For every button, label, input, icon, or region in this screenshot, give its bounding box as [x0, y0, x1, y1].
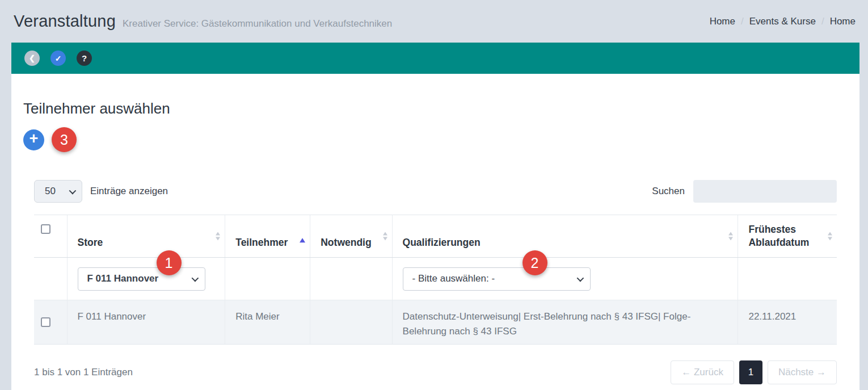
prev-page-button[interactable]: ← Zurück — [671, 360, 734, 384]
column-label: Store — [78, 237, 103, 248]
column-label: Teilnehmer — [235, 237, 288, 248]
chevron-down-icon — [69, 187, 77, 194]
row-checkbox[interactable] — [41, 317, 50, 327]
add-participant-button[interactable]: + — [23, 129, 44, 150]
filter-cell-ablaufdatum — [738, 258, 837, 300]
chevron-down-icon — [576, 274, 584, 282]
breadcrumb-home-2[interactable]: Home — [830, 16, 856, 27]
filter-cell-qualifizierungen: - Bitte auswählen: - 2 — [392, 258, 738, 300]
help-button[interactable]: ? — [77, 51, 92, 66]
search-input[interactable] — [693, 180, 837, 203]
back-button[interactable]: ❮ — [24, 51, 40, 66]
filter-cell-store: F 011 Hannover 1 — [67, 258, 225, 300]
column-header-fruehestes-ablaufdatum[interactable]: Frühestes Ablaufdatum — [738, 215, 837, 258]
annotation-badge-1: 1 — [157, 250, 182, 275]
page-subtitle: Kreativer Service: Gästekommunikation un… — [123, 18, 392, 30]
cell-store: F 011 Hannover — [67, 300, 225, 345]
select-all-cell — [34, 215, 67, 258]
filter-row: F 011 Hannover 1 - Bitte auswählen: - — [34, 258, 837, 300]
cell-earliest-expiry: 22.11.2021 — [738, 300, 837, 345]
select-all-checkbox[interactable] — [41, 224, 50, 234]
page-header: Veranstaltung Kreativer Service: Gästeko… — [0, 0, 868, 43]
chevron-down-icon — [191, 274, 199, 282]
breadcrumb-separator: / — [821, 16, 824, 27]
search-group: Suchen — [652, 180, 837, 203]
breadcrumb-events-kurse[interactable]: Events & Kurse — [749, 16, 816, 27]
filter-cell-teilnehmer — [225, 258, 310, 300]
sort-icon — [728, 232, 733, 241]
breadcrumb: Home / Events & Kurse / Home — [710, 16, 856, 27]
breadcrumb-separator: / — [741, 16, 744, 27]
sort-icon — [216, 232, 220, 241]
page-length-select[interactable]: 50 — [34, 180, 82, 203]
participants-table-wrap: Store Teilnehmer Notwendig Qualifiz — [34, 215, 837, 345]
current-page-button[interactable]: 1 — [739, 360, 762, 384]
header-row: Store Teilnehmer Notwendig Qualifiz — [34, 215, 837, 258]
question-icon: ? — [82, 54, 87, 62]
page-length-value: 50 — [45, 186, 56, 197]
cell-participant: Rita Meier — [225, 300, 310, 345]
action-toolbar: ❮ ✓ ? — [11, 43, 859, 74]
entries-label: Einträge anzeigen — [90, 186, 168, 197]
add-row: + 3 — [11, 118, 859, 152]
filter-cell-empty — [34, 258, 67, 300]
annotation-badge-3: 3 — [52, 127, 77, 152]
sort-icon — [828, 232, 832, 241]
row-checkbox-cell — [34, 300, 67, 345]
next-page-button[interactable]: Nächste → — [768, 360, 837, 384]
page-length-group: 50 Einträge anzeigen — [34, 180, 168, 203]
page-title: Veranstaltung — [14, 12, 116, 31]
sort-icon — [383, 232, 387, 241]
section-heading: Teilnehmer auswählen — [11, 74, 859, 118]
filter-cell-notwendig — [310, 258, 392, 300]
table-row: F 011 Hannover Rita Meier Datenschutz-Un… — [34, 300, 837, 345]
check-icon: ✓ — [55, 54, 62, 62]
search-label: Suchen — [652, 186, 685, 197]
column-label: Frühestes Ablaufdatum — [748, 224, 809, 249]
store-filter-select[interactable]: F 011 Hannover — [78, 267, 205, 291]
column-header-notwendig[interactable]: Notwendig — [310, 215, 392, 258]
table-controls: 50 Einträge anzeigen Suchen — [34, 180, 837, 203]
table-footer: 1 bis 1 von 1 Einträgen ← Zurück 1 Nächs… — [34, 360, 837, 384]
store-filter-value: F 011 Hannover — [87, 273, 159, 284]
participants-table: Store Teilnehmer Notwendig Qualifiz — [34, 215, 837, 345]
column-header-qualifizierungen[interactable]: Qualifizierungen — [392, 215, 738, 258]
column-label: Notwendig — [321, 237, 371, 248]
qualifications-filter-select[interactable]: - Bitte auswählen: - — [403, 267, 591, 291]
title-group: Veranstaltung Kreativer Service: Gästeko… — [14, 12, 392, 31]
sort-asc-icon — [300, 226, 305, 240]
column-header-teilnehmer[interactable]: Teilnehmer — [225, 215, 310, 258]
column-header-store[interactable]: Store — [67, 215, 225, 258]
breadcrumb-home[interactable]: Home — [710, 16, 735, 27]
chevron-left-icon: ❮ — [29, 54, 35, 62]
confirm-button[interactable]: ✓ — [50, 51, 66, 66]
entries-info: 1 bis 1 von 1 Einträgen — [34, 367, 133, 378]
main-content: Teilnehmer auswählen + 3 50 Einträge anz… — [11, 74, 859, 390]
annotation-badge-2: 2 — [523, 250, 547, 275]
cell-required — [310, 300, 392, 345]
column-label: Qualifizierungen — [403, 237, 481, 248]
plus-icon: + — [30, 130, 39, 148]
cell-qualifications: Datenschutz-Unterweisung| Erst-Belehrung… — [392, 300, 738, 345]
qualifications-filter-value: - Bitte auswählen: - — [412, 273, 495, 284]
pagination: ← Zurück 1 Nächste → — [671, 360, 837, 384]
